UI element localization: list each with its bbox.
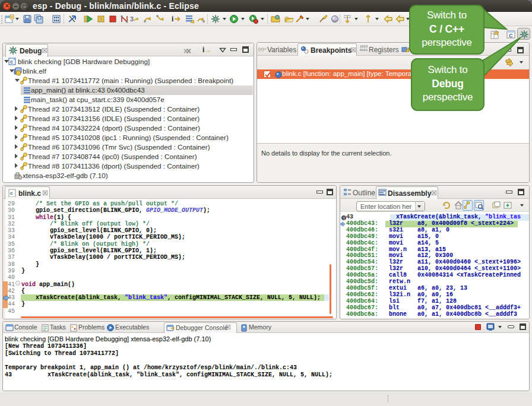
svg-text:c: c: [10, 59, 13, 65]
svg-text:3: 3: [130, 15, 134, 23]
svg-text:C: C: [509, 33, 513, 39]
svg-text:c: c: [10, 191, 13, 196]
